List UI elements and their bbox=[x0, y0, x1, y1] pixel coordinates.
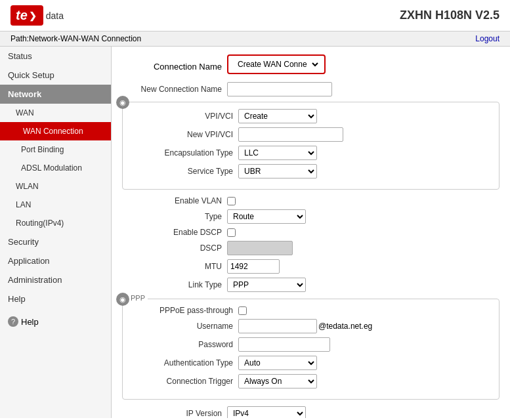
new-vpi-vci-row: New VPI/VCI bbox=[133, 127, 488, 142]
ip-version-label: IP Version bbox=[122, 409, 227, 418]
vpi-vci-label: VPI/VCI bbox=[133, 112, 238, 121]
new-vpi-vci-input[interactable] bbox=[238, 127, 343, 142]
connection-name-select[interactable]: Create WAN Conne bbox=[232, 57, 320, 72]
header: te ❯ data ZXHN H108N V2.5 bbox=[0, 0, 510, 32]
mtu-label: MTU bbox=[122, 262, 227, 271]
link-type-select[interactable]: PPP IPoE bbox=[227, 278, 306, 292]
password-input[interactable] bbox=[238, 337, 330, 352]
vpi-vci-row: VPI/VCI Create Custom bbox=[133, 109, 488, 123]
sidebar-item-security[interactable]: Security bbox=[0, 232, 111, 251]
pppoe-passthrough-row: PPPoE pass-through bbox=[133, 306, 488, 315]
new-connection-name-row: New Connection Name bbox=[122, 82, 499, 96]
ppp-section: PPP ◉ PPPoE pass-through Username @tedat… bbox=[122, 299, 499, 400]
service-type-row: Service Type UBR CBR VBR-rt VBR-nrt bbox=[133, 164, 488, 178]
link-type-label: Link Type bbox=[122, 280, 227, 289]
dscp-label: DSCP bbox=[122, 243, 227, 253]
device-title: ZXHN H108N V2.5 bbox=[400, 9, 499, 22]
type-select[interactable]: Route Bridge bbox=[227, 209, 306, 224]
sidebar: Status Quick Setup Network WAN WAN Conne… bbox=[0, 47, 112, 418]
connection-name-box: Create WAN Conne bbox=[227, 54, 326, 74]
sidebar-item-network[interactable]: Network bbox=[0, 85, 111, 104]
mtu-input[interactable] bbox=[227, 259, 280, 274]
ip-version-select[interactable]: IPv4 IPv6 IPv4/IPv6 bbox=[227, 406, 306, 418]
connection-name-row: Connection Name Create WAN Conne bbox=[122, 54, 499, 78]
sidebar-item-wlan[interactable]: WLAN bbox=[0, 177, 111, 196]
conn-trigger-label: Connection Trigger bbox=[133, 377, 238, 386]
conn-trigger-row: Connection Trigger Always On Manual On D… bbox=[133, 374, 488, 388]
sidebar-item-quick-setup[interactable]: Quick Setup bbox=[0, 66, 111, 85]
sidebar-item-wan[interactable]: WAN bbox=[0, 104, 111, 122]
path-text: Path:Network-WAN-WAN Connection bbox=[11, 34, 141, 43]
enable-vlan-row: Enable VLAN bbox=[122, 196, 499, 205]
logo: te ❯ data bbox=[11, 5, 64, 26]
pppoe-passthrough-label: PPPoE pass-through bbox=[133, 306, 238, 315]
sidebar-item-lan[interactable]: LAN bbox=[0, 196, 111, 214]
logout-link[interactable]: Logout bbox=[475, 34, 499, 43]
auth-type-label: Authentication Type bbox=[133, 358, 238, 368]
enable-vlan-checkbox[interactable] bbox=[227, 197, 236, 205]
sidebar-item-wan-connection[interactable]: WAN Connection bbox=[0, 122, 111, 140]
username-row: Username @tedata.net.eg bbox=[133, 319, 488, 333]
vpi-section: ◉ VPI/VCI Create Custom New VPI/VCI Enca… bbox=[122, 102, 499, 190]
username-input[interactable] bbox=[238, 319, 317, 333]
sidebar-item-routing-ipv4[interactable]: Routing(IPv4) bbox=[0, 214, 111, 232]
enable-dscp-row: Enable DSCP bbox=[122, 228, 499, 237]
connection-name-label: Connection Name bbox=[122, 62, 227, 72]
sidebar-item-adsl-modulation[interactable]: ADSL Modulation bbox=[0, 159, 111, 177]
enable-vlan-label: Enable VLAN bbox=[122, 196, 227, 205]
help-circle-icon: ? bbox=[8, 316, 18, 327]
ppp-section-label: PPP bbox=[128, 294, 148, 302]
type-label: Type bbox=[122, 212, 227, 221]
auth-type-row: Authentication Type Auto PAP CHAP MS-CHA… bbox=[133, 356, 488, 370]
conn-trigger-select[interactable]: Always On Manual On Demand bbox=[238, 374, 317, 388]
username-field-group: @tedata.net.eg bbox=[238, 319, 372, 333]
enable-dscp-checkbox[interactable] bbox=[227, 228, 236, 237]
logo-data-text: data bbox=[46, 10, 64, 21]
password-row: Password bbox=[133, 337, 488, 352]
mtu-row: MTU bbox=[122, 259, 499, 274]
encap-type-select[interactable]: LLC VC-MUX bbox=[238, 146, 317, 160]
dscp-row: DSCP bbox=[122, 241, 499, 255]
ip-version-row: IP Version IPv4 IPv6 IPv4/IPv6 bbox=[122, 406, 499, 418]
encap-type-row: Encapsulation Type LLC VC-MUX bbox=[133, 146, 488, 160]
sidebar-help-label: Help bbox=[21, 317, 39, 327]
sidebar-help-wrapper: ? Help bbox=[0, 311, 111, 332]
logo-box: te ❯ bbox=[11, 5, 43, 26]
new-vpi-vci-label: New VPI/VCI bbox=[133, 130, 238, 139]
main-content: Connection Name Create WAN Conne New Con… bbox=[112, 47, 510, 418]
pppoe-passthrough-checkbox[interactable] bbox=[238, 306, 247, 315]
sidebar-item-port-binding[interactable]: Port Binding bbox=[0, 140, 111, 159]
logo-te-text: te bbox=[16, 8, 28, 23]
ppp-circle: ◉ bbox=[116, 293, 129, 306]
auth-type-select[interactable]: Auto PAP CHAP MS-CHAP bbox=[238, 356, 317, 370]
password-label: Password bbox=[133, 340, 238, 349]
section1-circle: ◉ bbox=[116, 96, 129, 109]
sidebar-item-help[interactable]: Help bbox=[0, 289, 111, 308]
dscp-input[interactable] bbox=[227, 241, 293, 255]
enable-dscp-label: Enable DSCP bbox=[122, 228, 227, 237]
username-domain: @tedata.net.eg bbox=[318, 322, 372, 331]
encap-type-label: Encapsulation Type bbox=[133, 148, 238, 158]
link-type-row: Link Type PPP IPoE bbox=[122, 278, 499, 292]
type-row: Type Route Bridge bbox=[122, 209, 499, 224]
sidebar-help-link[interactable]: ? Help bbox=[8, 316, 103, 327]
vpi-vci-select[interactable]: Create Custom bbox=[238, 109, 317, 123]
username-label: Username bbox=[133, 322, 238, 331]
sidebar-item-application[interactable]: Application bbox=[0, 251, 111, 270]
sidebar-item-administration[interactable]: Administration bbox=[0, 270, 111, 289]
service-type-label: Service Type bbox=[133, 167, 238, 176]
service-type-select[interactable]: UBR CBR VBR-rt VBR-nrt bbox=[238, 164, 317, 178]
pathbar: Path:Network-WAN-WAN Connection Logout bbox=[0, 32, 510, 47]
new-connection-name-label: New Connection Name bbox=[122, 85, 227, 94]
layout: Status Quick Setup Network WAN WAN Conne… bbox=[0, 47, 510, 418]
logo-arrow: ❯ bbox=[29, 10, 37, 21]
new-connection-name-input[interactable] bbox=[227, 82, 332, 96]
vlan-section: Enable VLAN Type Route Bridge Enable DSC… bbox=[122, 196, 499, 292]
sidebar-item-status[interactable]: Status bbox=[0, 47, 111, 66]
